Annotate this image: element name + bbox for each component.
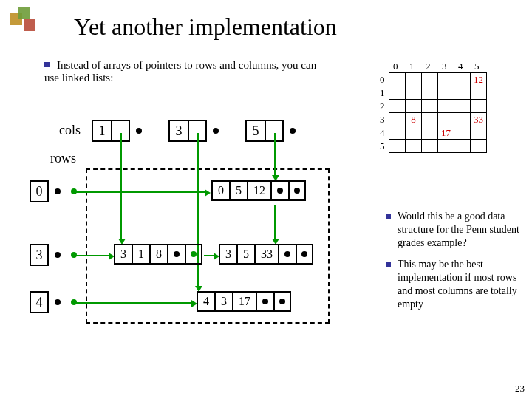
dot-icon bbox=[55, 252, 61, 258]
arrow-icon bbox=[75, 191, 205, 193]
cell: 3 bbox=[114, 244, 132, 265]
cell-ptr bbox=[270, 180, 288, 201]
bullet-icon bbox=[44, 62, 50, 67]
node-3-1-8: 3 1 8 bbox=[114, 244, 202, 265]
row-head-2: 4 bbox=[30, 291, 49, 313]
grid-col-label: 4 bbox=[458, 61, 463, 72]
cols-label: cols bbox=[59, 123, 81, 138]
arrow-icon bbox=[274, 133, 276, 176]
grid-row-label: 2 bbox=[380, 100, 385, 112]
arrow-icon bbox=[274, 205, 276, 239]
cell: 17 bbox=[232, 291, 256, 312]
grid-row-label: 0 bbox=[380, 74, 385, 86]
grid-row-label: 4 bbox=[380, 127, 385, 139]
grid-col-label: 5 bbox=[474, 61, 480, 72]
node-0-5-12: 0 5 12 bbox=[211, 180, 306, 201]
col-head-1: 3 bbox=[168, 120, 189, 142]
cell-ptr bbox=[256, 291, 273, 312]
dot-icon bbox=[136, 128, 142, 134]
logo bbox=[10, 7, 38, 35]
cell: 3 bbox=[219, 244, 236, 265]
dot-icon bbox=[55, 299, 61, 305]
cell: 33 bbox=[254, 244, 278, 265]
cell-ptr bbox=[288, 180, 306, 201]
grid-cell: 8 bbox=[406, 113, 422, 126]
grid-col-label: 0 bbox=[393, 61, 398, 72]
grid-col-label: 1 bbox=[409, 61, 415, 72]
cell: 5 bbox=[229, 180, 247, 201]
intro-content: Instead of arrays of pointers to rows an… bbox=[44, 59, 316, 83]
side-q: Would this be a good data structure for … bbox=[398, 210, 526, 250]
arrow-icon bbox=[75, 255, 109, 256]
dot-icon bbox=[55, 188, 61, 194]
row-head-1: 3 bbox=[30, 244, 49, 266]
grid-row-label: 3 bbox=[380, 114, 385, 126]
node-4-3-17: 4 3 17 bbox=[197, 291, 291, 312]
col-head-2: 5 bbox=[245, 120, 266, 142]
node-3-5-33: 3 5 33 bbox=[219, 244, 313, 265]
cell-ptr bbox=[278, 244, 296, 265]
grid-row-label: 1 bbox=[380, 87, 385, 99]
cell-ptr bbox=[167, 244, 185, 265]
cell-ptr bbox=[185, 244, 202, 265]
side-text: Would this be a good data structure for … bbox=[386, 210, 526, 318]
cell-ptr bbox=[296, 244, 313, 265]
row-head-0: 0 bbox=[30, 180, 49, 202]
grid-col-label: 3 bbox=[442, 61, 447, 72]
grid-cell: 33 bbox=[471, 113, 487, 126]
cell: 4 bbox=[197, 291, 214, 312]
intro-text: Instead of arrays of pointers to rows an… bbox=[44, 59, 325, 84]
cell: 1 bbox=[132, 244, 149, 265]
grid-col-label: 2 bbox=[426, 61, 431, 72]
bullet-icon bbox=[386, 214, 391, 219]
cell: 5 bbox=[236, 244, 254, 265]
cell: 0 bbox=[211, 180, 229, 201]
page-number: 23 bbox=[515, 383, 525, 395]
grid-row-label: 5 bbox=[380, 140, 385, 152]
cell: 3 bbox=[214, 291, 232, 312]
arrow-icon bbox=[75, 302, 192, 304]
grid-cell: 12 bbox=[471, 73, 487, 86]
cell-ptr bbox=[273, 291, 291, 312]
cell: 8 bbox=[149, 244, 167, 265]
dot-icon bbox=[290, 128, 296, 134]
arrow-icon bbox=[204, 255, 214, 256]
sparse-grid: 12 833 17 bbox=[389, 72, 487, 153]
arrow-icon bbox=[120, 133, 122, 239]
bullet-icon bbox=[386, 262, 391, 267]
dot-icon bbox=[213, 128, 219, 134]
side-a: This may be the best implementation if m… bbox=[398, 258, 526, 312]
col-head-0: 1 bbox=[92, 120, 112, 142]
cell: 12 bbox=[247, 180, 270, 201]
grid-cell: 17 bbox=[438, 126, 454, 140]
rows-label: rows bbox=[50, 151, 76, 166]
slide-title: Yet another implementation bbox=[74, 13, 337, 41]
